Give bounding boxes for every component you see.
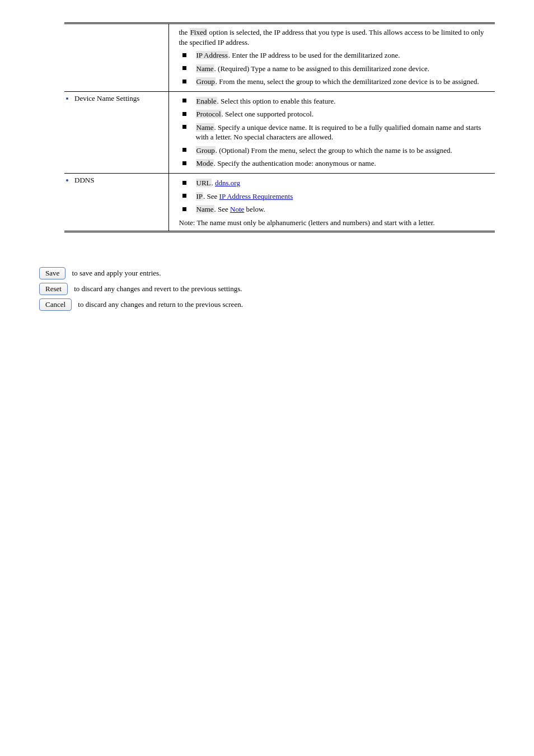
cancel-button[interactable]: Cancel	[39, 298, 72, 311]
list-item: IP. See IP Address Requirements	[179, 192, 494, 202]
reset-button[interactable]: Reset	[39, 283, 68, 295]
list-item: Group. (Optional) From the menu, select …	[179, 146, 494, 156]
row-header: DDNS	[74, 176, 94, 184]
save-desc: to save and apply your entries.	[72, 269, 161, 277]
list-item: Name. (Required) Type a name to be assig…	[179, 64, 494, 74]
table-row: DDNS URL. ddns.org IP. See IP Address Re…	[64, 174, 495, 232]
list-item: URL. ddns.org	[179, 178, 494, 188]
list-item: Mode. Specify the authentication mode: a…	[179, 158, 494, 169]
list-item: Name. Specify a unique device name. It i…	[179, 123, 494, 142]
table-row: the Fixed option is selected, the IP add…	[64, 24, 495, 92]
cancel-desc: to discard any changes and return to the…	[78, 300, 243, 309]
reset-desc: to discard any changes and revert to the…	[74, 284, 242, 293]
settings-table: the Fixed option is selected, the IP add…	[64, 22, 495, 232]
list-item: Enable. Select this option to enable thi…	[179, 96, 494, 106]
button-group: Save to save and apply your entries. Res…	[39, 266, 495, 312]
table-row: Device Name Settings Enable. Select this…	[64, 91, 495, 173]
row-intro: the Fixed option is selected, the IP add…	[179, 27, 494, 47]
list-item: IP Address. Enter the IP address to be u…	[179, 50, 494, 60]
list-item: Group. From the menu, select the group t…	[179, 77, 494, 87]
row-header: Device Name Settings	[74, 94, 139, 102]
save-button[interactable]: Save	[39, 267, 65, 279]
row-note: Note: The name must only be alphanumeric…	[179, 218, 494, 228]
list-item: Name. See Note below.	[179, 204, 494, 214]
list-item: Protocol. Select one supported protocol.	[179, 109, 494, 119]
